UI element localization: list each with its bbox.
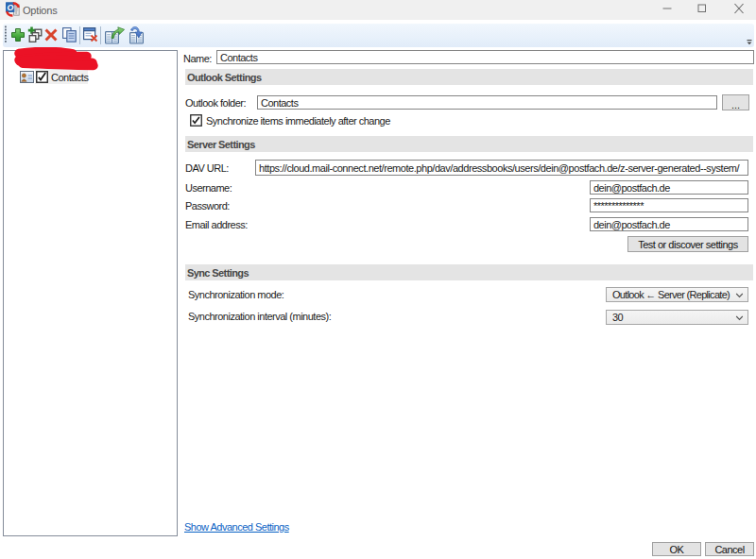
svg-text:O: O: [7, 3, 13, 12]
